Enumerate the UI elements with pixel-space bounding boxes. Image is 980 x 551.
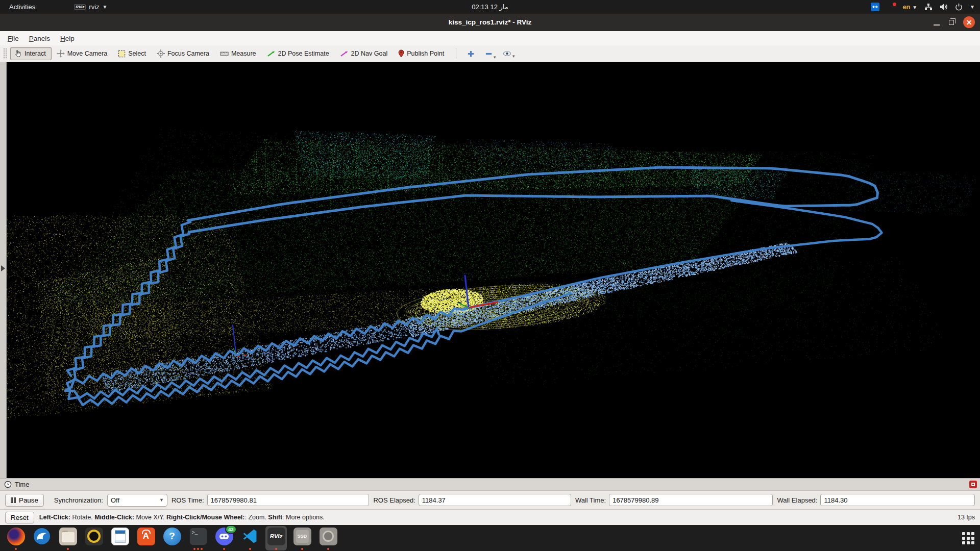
teamviewer-icon[interactable] bbox=[871, 3, 879, 11]
minimize-button[interactable] bbox=[934, 19, 940, 26]
disk-icon bbox=[320, 528, 337, 545]
window-title-bar[interactable]: kiss_icp_ros1.rviz* - RViz ✕ bbox=[0, 14, 980, 31]
displays-panel-splitter[interactable] bbox=[0, 62, 7, 478]
dock-item-rviz[interactable]: RViz bbox=[265, 526, 287, 550]
app-menu-label: rviz bbox=[89, 3, 99, 11]
tool-label: 2D Nav Goal bbox=[351, 50, 388, 57]
magenta-arrow-icon bbox=[340, 50, 349, 57]
dock-item-help[interactable]: ? bbox=[161, 526, 183, 550]
thunderbird-icon bbox=[33, 528, 51, 545]
discord-icon: 43 bbox=[215, 528, 233, 545]
tool-focus-camera[interactable]: Focus Camera bbox=[153, 47, 215, 60]
eye-icon bbox=[503, 51, 511, 57]
toolbar-grip[interactable] bbox=[3, 48, 7, 59]
dock-item-ssd[interactable]: SSD bbox=[291, 526, 313, 550]
gnome-top-bar: Activities RViz rviz ▼ 02:13 12 مار en ▼… bbox=[0, 0, 980, 14]
fps-counter: 13 fps bbox=[958, 514, 975, 521]
ssd-icon: SSD bbox=[293, 528, 311, 545]
dock-item-ubuntu-software[interactable]: A bbox=[135, 526, 157, 550]
reset-button[interactable]: Reset bbox=[5, 512, 34, 523]
tool-nav-goal[interactable]: 2D Nav Goal bbox=[336, 47, 394, 60]
menu-panels[interactable]: Panels bbox=[24, 33, 55, 44]
status-bar: Reset Left-Click: Rotate. Middle-Click: … bbox=[0, 509, 980, 525]
close-button[interactable]: ✕ bbox=[963, 16, 975, 28]
dock-item-files[interactable] bbox=[57, 526, 79, 550]
volume-icon[interactable] bbox=[940, 3, 948, 11]
tool-select[interactable]: Select bbox=[114, 47, 152, 60]
selection-box-icon bbox=[118, 50, 126, 58]
tool-publish-point[interactable]: Publish Point bbox=[394, 47, 450, 60]
hand-cursor-icon bbox=[14, 49, 22, 58]
map-pin-icon bbox=[398, 49, 404, 58]
power-icon[interactable] bbox=[955, 3, 963, 11]
dock: A?>_43RVizSSD bbox=[0, 525, 980, 551]
wall-time-field[interactable] bbox=[609, 494, 773, 506]
ros-elapsed-field[interactable] bbox=[419, 494, 571, 506]
pause-button[interactable]: Pause bbox=[5, 494, 44, 507]
running-indicator bbox=[327, 548, 329, 550]
libreoffice-writer-icon bbox=[111, 528, 129, 545]
pointcloud-3d-view[interactable] bbox=[7, 62, 979, 478]
clock[interactable]: 02:13 12 مار bbox=[472, 3, 508, 11]
running-indicator bbox=[275, 548, 277, 550]
wall-elapsed-field[interactable] bbox=[820, 494, 975, 506]
ros-time-label: ROS Time: bbox=[172, 496, 204, 504]
dropdown-caret-icon: ▼ bbox=[511, 54, 516, 59]
running-indicator bbox=[193, 548, 203, 550]
sync-label: Synchronization: bbox=[54, 496, 103, 504]
zoom-in-button[interactable] bbox=[462, 47, 479, 60]
vscode-icon bbox=[241, 528, 259, 545]
rviz-icon: RViz bbox=[267, 528, 285, 545]
running-indicator bbox=[67, 548, 69, 550]
zoom-out-button[interactable]: ▼ bbox=[480, 47, 497, 60]
toolbar-separator bbox=[456, 48, 456, 59]
sync-dropdown[interactable]: Off ▼ bbox=[107, 494, 167, 507]
time-panel-header[interactable]: Time bbox=[0, 478, 980, 491]
running-indicator bbox=[223, 548, 225, 550]
dock-item-disk[interactable] bbox=[317, 526, 339, 550]
discord-tray-icon[interactable] bbox=[887, 3, 895, 11]
tool-interact[interactable]: Interact bbox=[10, 47, 52, 60]
move-arrows-icon bbox=[57, 49, 65, 58]
tool-label: Measure bbox=[231, 50, 256, 57]
clock-icon bbox=[4, 481, 12, 488]
show-applications-button[interactable] bbox=[962, 532, 975, 545]
ruler-icon bbox=[220, 51, 229, 57]
app-menu[interactable]: RViz rviz ▼ bbox=[74, 3, 107, 11]
dock-item-firefox[interactable] bbox=[5, 526, 27, 550]
restore-button[interactable] bbox=[949, 20, 954, 25]
plus-icon bbox=[467, 50, 475, 58]
dock-item-thunderbird[interactable] bbox=[31, 526, 53, 550]
wall-time-label: Wall Time: bbox=[575, 496, 606, 504]
tool-label: Select bbox=[128, 50, 146, 57]
tool-pose-estimate[interactable]: 2D Pose Estimate bbox=[263, 47, 335, 60]
menu-help[interactable]: Help bbox=[56, 33, 79, 44]
dock-item-discord[interactable]: 43 bbox=[213, 526, 235, 550]
tray-chevron-icon[interactable]: ▼ bbox=[970, 4, 975, 10]
dock-item-libreoffice-writer[interactable] bbox=[109, 526, 131, 550]
ros-time-field[interactable] bbox=[207, 494, 370, 506]
network-icon[interactable] bbox=[924, 3, 933, 11]
panel-expand-arrow-icon[interactable] bbox=[1, 265, 5, 271]
ros-elapsed-label: ROS Elapsed: bbox=[373, 496, 415, 504]
activities-button[interactable]: Activities bbox=[0, 0, 44, 14]
dock-item-terminal[interactable]: >_ bbox=[187, 526, 209, 550]
desktop: Activities RViz rviz ▼ 02:13 12 مار en ▼… bbox=[0, 0, 980, 551]
menu-file[interactable]: File bbox=[3, 33, 23, 44]
running-indicator bbox=[15, 548, 17, 550]
render-panel bbox=[0, 62, 980, 478]
tool-move-camera[interactable]: Move Camera bbox=[53, 47, 113, 60]
running-indicator bbox=[249, 548, 251, 550]
panel-close-button[interactable] bbox=[969, 481, 977, 488]
language-indicator[interactable]: en ▼ bbox=[902, 3, 917, 11]
wall-elapsed-label: Wall Elapsed: bbox=[777, 496, 817, 504]
pause-icon bbox=[11, 497, 16, 503]
tool-label: Move Camera bbox=[67, 50, 108, 57]
dock-item-vscode[interactable] bbox=[239, 526, 261, 550]
toolbar: InteractMove CameraSelectFocus CameraMea… bbox=[0, 45, 980, 62]
tool-label: Publish Point bbox=[407, 50, 444, 57]
dock-item-rhythmbox[interactable] bbox=[83, 526, 105, 550]
tool-measure[interactable]: Measure bbox=[216, 47, 262, 60]
visibility-button[interactable]: ▼ bbox=[498, 48, 516, 59]
help-icon: ? bbox=[163, 528, 181, 545]
